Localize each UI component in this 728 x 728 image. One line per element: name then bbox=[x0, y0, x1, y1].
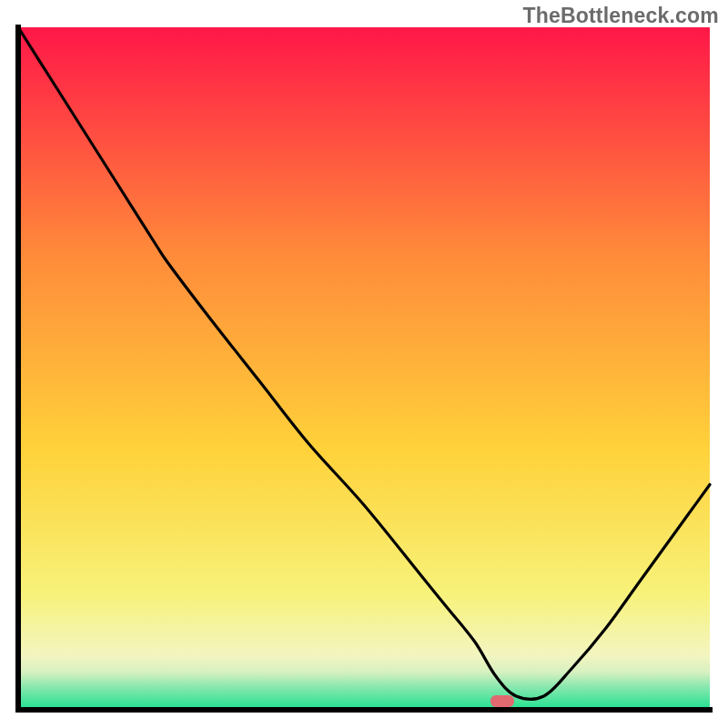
optimal-point-marker bbox=[490, 695, 514, 707]
plot-background bbox=[18, 27, 710, 710]
bottleneck-curve-chart bbox=[0, 0, 728, 728]
chart-container: TheBottleneck.com bbox=[0, 0, 728, 728]
watermark-text: TheBottleneck.com bbox=[522, 4, 719, 28]
